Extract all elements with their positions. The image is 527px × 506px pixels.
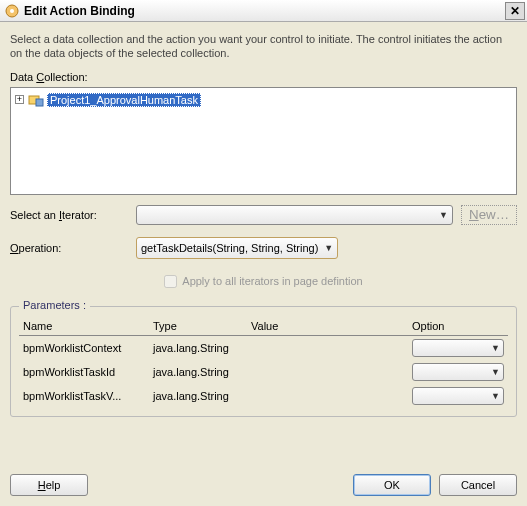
param-value [247,384,408,408]
table-row[interactable]: bpmWorklistTaskV... java.lang.String ▼ [19,384,508,408]
parameters-fieldset: Parameters : Name Type Value Option bpmW… [10,306,517,417]
svg-point-1 [10,9,14,13]
param-value [247,335,408,360]
option-combo[interactable]: ▼ [412,387,504,405]
cancel-button[interactable]: Cancel [439,474,517,496]
option-combo[interactable]: ▼ [412,363,504,381]
param-type: java.lang.String [149,335,247,360]
svg-rect-3 [36,99,43,106]
apply-all-checkbox [164,275,177,288]
chevron-down-icon: ▼ [439,210,448,220]
option-combo[interactable]: ▼ [412,339,504,357]
param-type: java.lang.String [149,384,247,408]
new-button: New… [461,205,517,225]
chevron-down-icon: ▼ [491,343,500,353]
apply-all-label: Apply to all iterators in page defintion [182,275,362,287]
operation-label: Operation: [10,242,136,254]
param-name: bpmWorklistContext [19,335,149,360]
param-name: bpmWorklistTaskV... [19,384,149,408]
parameters-legend: Parameters : [19,299,90,311]
table-row[interactable]: bpmWorklistContext java.lang.String ▼ [19,335,508,360]
chevron-down-icon: ▼ [491,391,500,401]
chevron-down-icon: ▼ [324,243,333,253]
close-button[interactable]: ✕ [505,2,525,20]
data-collection-tree[interactable]: + Project1_ApprovalHumanTask [10,87,517,195]
chevron-down-icon: ▼ [491,367,500,377]
col-value[interactable]: Value [247,317,408,336]
table-row[interactable]: bpmWorklistTaskId java.lang.String ▼ [19,360,508,384]
button-bar: Help OK Cancel [0,468,527,502]
col-name[interactable]: Name [19,317,149,336]
tree-root-row[interactable]: + Project1_ApprovalHumanTask [15,92,512,108]
col-type[interactable]: Type [149,317,247,336]
ok-button[interactable]: OK [353,474,431,496]
param-name: bpmWorklistTaskId [19,360,149,384]
parameters-table: Name Type Value Option bpmWorklistContex… [19,317,508,408]
operation-combo[interactable]: getTaskDetails(String, String, String) ▼ [136,237,338,259]
tree-expand-icon[interactable]: + [15,95,24,104]
param-value [247,360,408,384]
operation-value: getTaskDetails(String, String, String) [141,242,318,254]
app-icon [4,3,20,19]
tree-root-label[interactable]: Project1_ApprovalHumanTask [47,93,201,107]
window-title: Edit Action Binding [24,4,505,18]
help-button[interactable]: Help [10,474,88,496]
iterator-label: Select an Iterator: [10,209,136,221]
apply-all-row: Apply to all iterators in page defintion [10,275,517,288]
col-option[interactable]: Option [408,317,508,336]
param-type: java.lang.String [149,360,247,384]
data-collection-label: Data Collection: [10,71,517,83]
dialog-content: Select a data collection and the action … [0,22,527,431]
description-text: Select a data collection and the action … [10,32,517,61]
iterator-combo[interactable]: ▼ [136,205,453,225]
title-bar: Edit Action Binding ✕ [0,0,527,22]
datacontrol-icon [28,93,44,107]
